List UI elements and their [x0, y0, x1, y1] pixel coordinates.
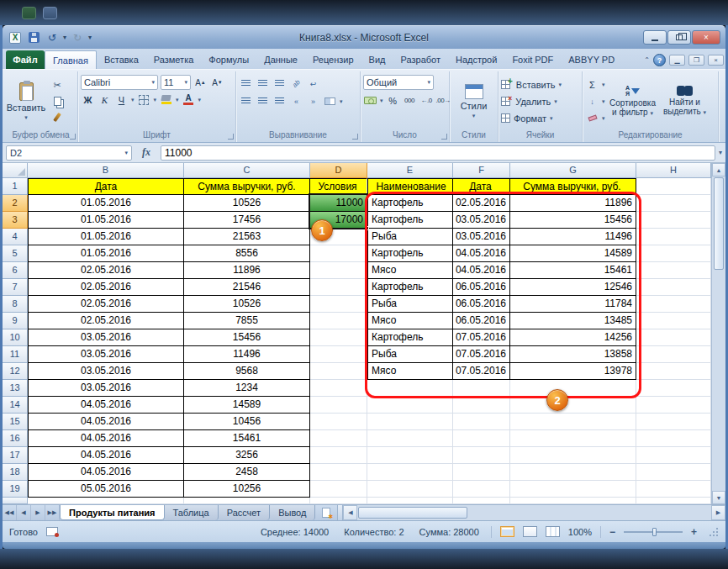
cell-F8[interactable]: 06.05.2016 [453, 296, 510, 313]
cell-F5[interactable]: 04.05.2016 [453, 245, 510, 262]
cell-C7[interactable]: 21546 [184, 279, 310, 296]
column-header-F[interactable]: F [453, 163, 510, 178]
cell-E3[interactable]: Картофель [367, 212, 453, 229]
dialog-launcher-icon[interactable] [352, 134, 358, 140]
row-header-15[interactable]: 15 [3, 414, 28, 430]
cell-E8[interactable]: Рыба [367, 296, 453, 313]
cell-E16[interactable] [367, 430, 453, 447]
row-header-10[interactable]: 10 [3, 329, 28, 346]
cell-F2[interactable]: 02.05.2016 [453, 195, 510, 212]
cell-C3[interactable]: 17456 [184, 212, 310, 229]
restore-button[interactable] [667, 30, 691, 45]
cell-B13[interactable]: 03.05.2016 [28, 380, 184, 397]
cell-B10[interactable]: 03.05.2016 [28, 329, 184, 346]
page-layout-view-button[interactable] [523, 526, 537, 537]
cell-B1[interactable]: Дата [28, 178, 184, 195]
fill-color-dropdown-icon[interactable]: ▾ [176, 97, 179, 103]
sort-filter-button[interactable]: АЯ Сортировкаи фильтр ▾ [609, 73, 657, 129]
row-header-2[interactable]: 2 [3, 195, 28, 212]
cell-G7[interactable]: 12546 [510, 279, 636, 296]
autosum-button[interactable]: Σ [585, 77, 599, 92]
cell-D12[interactable] [310, 363, 367, 380]
cell-B15[interactable]: 04.05.2016 [28, 414, 184, 430]
clear-button[interactable] [585, 111, 599, 125]
backdrop-app-icon-2[interactable] [43, 7, 57, 19]
row-header-14[interactable]: 14 [3, 397, 28, 414]
cell-D7[interactable] [310, 279, 367, 296]
next-sheet-button[interactable]: ▶ [31, 505, 45, 520]
minimize-ribbon-icon[interactable]: ⌃ [644, 56, 650, 64]
ribbon-tab-Надстрой[interactable]: Надстрой [448, 50, 504, 69]
cell-C1[interactable]: Сумма выручки, руб. [184, 178, 310, 195]
cell-B20[interactable] [28, 498, 184, 504]
ribbon-tab-Главная[interactable]: Главная [45, 50, 97, 69]
merge-center-button[interactable] [323, 94, 337, 108]
cell-H7[interactable] [636, 279, 711, 296]
select-all-corner[interactable] [3, 163, 28, 178]
sheet-tab-Таблица[interactable]: Таблица [165, 505, 219, 520]
column-header-B[interactable]: B [28, 163, 184, 178]
row-header-13[interactable]: 13 [3, 380, 28, 397]
cell-F15[interactable] [453, 414, 510, 430]
decrease-decimal-button[interactable]: .00→ [436, 93, 451, 108]
cell-E17[interactable] [367, 447, 453, 464]
normal-view-button[interactable] [500, 526, 514, 537]
cell-H8[interactable] [636, 296, 711, 313]
cell-G20[interactable] [510, 498, 636, 504]
redo-button[interactable]: ↻ [70, 30, 85, 45]
cell-C12[interactable]: 9568 [184, 363, 310, 380]
cell-G2[interactable]: 11896 [510, 195, 636, 212]
cell-H16[interactable] [636, 430, 711, 447]
cell-D8[interactable] [310, 296, 367, 313]
row-header-18[interactable]: 18 [3, 464, 28, 481]
cell-E11[interactable]: Рыба [367, 346, 453, 363]
cell-B3[interactable]: 01.05.2016 [28, 212, 184, 229]
row-header-9[interactable]: 9 [3, 313, 28, 329]
cell-B12[interactable]: 03.05.2016 [28, 363, 184, 380]
zoom-slider[interactable] [624, 531, 683, 533]
cell-D17[interactable] [310, 447, 367, 464]
cell-B7[interactable]: 02.05.2016 [28, 279, 184, 296]
delete-cells-button[interactable]: × Удалить ▾ [501, 94, 579, 108]
ribbon-tab-Данные[interactable]: Данные [256, 50, 305, 69]
ribbon-tab-Формулы[interactable]: Формулы [201, 50, 256, 69]
orientation-button[interactable]: ab [289, 76, 303, 91]
cell-D16[interactable] [310, 430, 367, 447]
cell-H19[interactable] [636, 481, 711, 498]
last-sheet-button[interactable]: ▶▶ [45, 505, 60, 520]
cell-F17[interactable] [453, 447, 510, 464]
cell-C18[interactable]: 2458 [184, 464, 310, 481]
ribbon-tab-Разметка[interactable]: Разметка [146, 50, 202, 69]
cell-C15[interactable]: 10456 [184, 414, 310, 430]
cell-E10[interactable]: Картофель [367, 329, 453, 346]
minimize-button[interactable] [643, 30, 667, 45]
cell-C17[interactable]: 3256 [184, 447, 310, 464]
cell-D10[interactable] [310, 329, 367, 346]
increase-indent-button[interactable]: » [306, 94, 320, 108]
cell-F4[interactable]: 03.05.2016 [453, 229, 510, 245]
increase-decimal-button[interactable]: ←.0 [419, 93, 434, 108]
font-size-combo[interactable]: 11▾ [161, 75, 191, 90]
cell-G19[interactable] [510, 481, 636, 498]
cell-G4[interactable]: 11496 [510, 229, 636, 245]
italic-button[interactable]: К [98, 92, 112, 107]
cell-H12[interactable] [636, 363, 711, 380]
merge-dropdown-icon[interactable]: ▾ [340, 98, 343, 105]
align-bottom-button[interactable] [272, 76, 287, 91]
cell-B16[interactable]: 04.05.2016 [28, 430, 184, 447]
backdrop-app-icon-1[interactable] [22, 7, 36, 19]
cell-E4[interactable]: Рыба [367, 229, 453, 245]
cell-F20[interactable] [453, 498, 510, 504]
cell-G18[interactable] [510, 464, 636, 481]
record-macro-icon[interactable] [46, 527, 58, 536]
cell-H11[interactable] [636, 346, 711, 363]
decrease-indent-button[interactable]: « [289, 94, 303, 108]
row-header-16[interactable]: 16 [3, 430, 28, 447]
align-top-button[interactable] [239, 76, 253, 91]
close-button[interactable]: × [692, 30, 720, 45]
dialog-launcher-icon[interactable] [441, 134, 447, 140]
workbook-close-button[interactable]: × [708, 55, 724, 66]
align-left-button[interactable] [239, 94, 253, 108]
scroll-down-icon[interactable]: ▼ [712, 491, 725, 504]
borders-button[interactable] [137, 92, 151, 107]
